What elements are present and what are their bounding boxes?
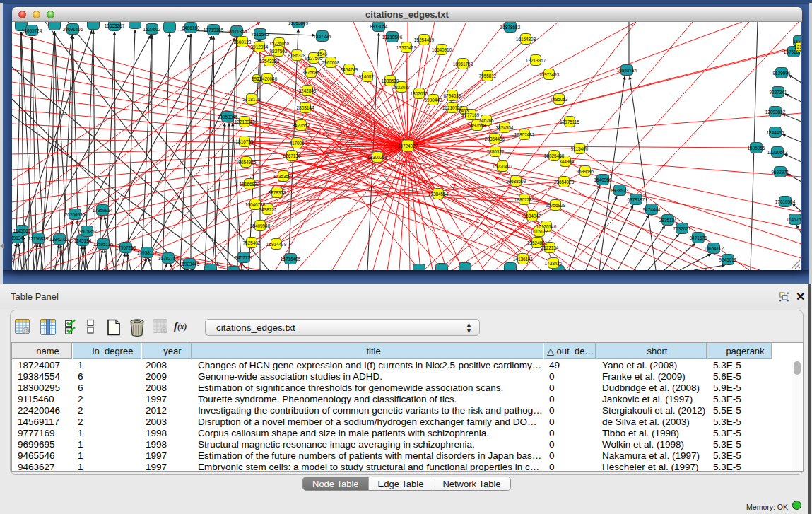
svg-text:3824554: 3824554 bbox=[496, 125, 514, 130]
svg-text:18300295: 18300295 bbox=[367, 155, 388, 160]
svg-text:9692971: 9692971 bbox=[772, 170, 789, 175]
svg-text:417006: 417006 bbox=[289, 141, 305, 146]
svg-text:12156829: 12156829 bbox=[28, 236, 49, 241]
svg-text:19218506: 19218506 bbox=[382, 35, 403, 40]
svg-text:19384554: 19384554 bbox=[428, 192, 449, 197]
svg-text:10654112: 10654112 bbox=[704, 246, 724, 251]
svg-text:15720407: 15720407 bbox=[493, 164, 513, 169]
svg-text:9777169: 9777169 bbox=[462, 112, 480, 117]
svg-text:1244415: 1244415 bbox=[767, 130, 784, 135]
svg-text:8938923: 8938923 bbox=[611, 188, 629, 193]
svg-text:1146753: 1146753 bbox=[787, 217, 801, 222]
svg-text:7886372: 7886372 bbox=[487, 149, 505, 154]
svg-text:9527505: 9527505 bbox=[305, 56, 323, 61]
svg-text:26878682: 26878682 bbox=[500, 25, 521, 30]
svg-text:9245012: 9245012 bbox=[719, 257, 737, 262]
svg-text:1733426: 1733426 bbox=[545, 261, 563, 266]
svg-text:15751074: 15751074 bbox=[784, 49, 801, 54]
svg-text:8660128: 8660128 bbox=[234, 40, 252, 45]
svg-text:1344904: 1344904 bbox=[557, 159, 575, 164]
svg-text:16848784: 16848784 bbox=[617, 68, 637, 73]
svg-text:7357234: 7357234 bbox=[314, 34, 331, 39]
svg-text:17016504: 17016504 bbox=[775, 199, 796, 204]
svg-text:1362615: 1362615 bbox=[411, 91, 428, 96]
svg-text:3242843: 3242843 bbox=[299, 88, 317, 93]
svg-text:10210643: 10210643 bbox=[767, 150, 788, 155]
svg-text:2546: 2546 bbox=[317, 52, 328, 57]
svg-text:20691406: 20691406 bbox=[63, 27, 83, 32]
svg-text:15254419: 15254419 bbox=[414, 37, 435, 42]
svg-text:12132: 12132 bbox=[794, 45, 801, 49]
svg-text:6497568: 6497568 bbox=[469, 123, 486, 128]
svg-text:10719185: 10719185 bbox=[204, 28, 224, 33]
svg-text:16053809: 16053809 bbox=[288, 22, 309, 25]
svg-text:6379197: 6379197 bbox=[628, 197, 645, 202]
svg-text:1595956: 1595956 bbox=[748, 146, 765, 151]
svg-text:16914479: 16914479 bbox=[266, 242, 287, 247]
svg-text:18724007: 18724007 bbox=[398, 144, 418, 148]
svg-text:12923445: 12923445 bbox=[180, 262, 200, 267]
svg-text:7485063: 7485063 bbox=[551, 97, 568, 102]
svg-text:2718176: 2718176 bbox=[243, 97, 261, 102]
svg-text:18807289: 18807289 bbox=[514, 197, 535, 202]
svg-text:1615172: 1615172 bbox=[531, 229, 548, 234]
svg-text:8878352: 8878352 bbox=[269, 190, 286, 195]
svg-text:15226058: 15226058 bbox=[269, 41, 290, 46]
svg-text:9474444: 9474444 bbox=[643, 207, 661, 212]
svg-text:8471676: 8471676 bbox=[690, 235, 707, 240]
svg-text:12942737: 12942737 bbox=[49, 237, 70, 242]
svg-text:10688609: 10688609 bbox=[506, 179, 526, 184]
svg-text:10973493: 10973493 bbox=[539, 72, 560, 77]
svg-text:16154808: 16154808 bbox=[516, 37, 536, 42]
svg-text:19166822: 19166822 bbox=[240, 182, 260, 187]
svg-text:20756928: 20756928 bbox=[546, 203, 566, 208]
svg-text:13524861: 13524861 bbox=[527, 240, 548, 245]
svg-text:20206535: 20206535 bbox=[65, 212, 86, 217]
svg-text:10958117: 10958117 bbox=[137, 250, 157, 255]
svg-text:746266: 746266 bbox=[478, 118, 494, 123]
svg-text:12505135: 12505135 bbox=[93, 242, 114, 247]
svg-text:15409948: 15409948 bbox=[250, 223, 271, 228]
svg-text:39134: 39134 bbox=[12, 235, 23, 240]
svg-text:13654923: 13654923 bbox=[554, 180, 575, 185]
svg-text:3822037: 3822037 bbox=[393, 85, 411, 90]
svg-text:8186328: 8186328 bbox=[288, 53, 306, 58]
svg-text:3875685: 3875685 bbox=[302, 70, 320, 75]
svg-text:12353594: 12353594 bbox=[273, 174, 294, 179]
svg-text:3498222: 3498222 bbox=[259, 207, 277, 212]
svg-text:17359934: 17359934 bbox=[93, 208, 113, 213]
svg-text:10807487: 10807487 bbox=[514, 132, 535, 137]
svg-text:14055724: 14055724 bbox=[22, 28, 42, 33]
svg-text:6466160: 6466160 bbox=[182, 25, 200, 30]
svg-text:1640956: 1640956 bbox=[594, 177, 612, 182]
svg-text:1388520: 1388520 bbox=[382, 78, 399, 83]
svg-text:16782759: 16782759 bbox=[158, 256, 179, 261]
svg-text:1145061: 1145061 bbox=[13, 228, 31, 233]
svg-text:15716485: 15716485 bbox=[281, 257, 301, 262]
svg-text:7632621: 7632621 bbox=[673, 226, 691, 231]
svg-text:8813054: 8813054 bbox=[370, 24, 388, 29]
svg-text:6990448: 6990448 bbox=[425, 98, 442, 103]
svg-text:7625402: 7625402 bbox=[243, 240, 261, 245]
svg-text:16961758: 16961758 bbox=[453, 62, 473, 66]
svg-text:2522154: 2522154 bbox=[541, 245, 559, 250]
svg-text:20364436: 20364436 bbox=[485, 136, 505, 141]
svg-text:1527602: 1527602 bbox=[143, 27, 161, 32]
svg-text:19654925: 19654925 bbox=[236, 160, 257, 165]
svg-text:9115460: 9115460 bbox=[571, 146, 589, 151]
svg-text:9457771: 9457771 bbox=[235, 255, 253, 260]
svg-text:1810755: 1810755 bbox=[236, 139, 254, 144]
svg-text:6794028: 6794028 bbox=[444, 93, 461, 98]
svg-text:16640910: 16640910 bbox=[432, 47, 452, 52]
svg-text:10025488: 10025488 bbox=[544, 153, 565, 158]
svg-text:12213343: 12213343 bbox=[235, 119, 255, 124]
svg-text:7515545: 7515545 bbox=[252, 32, 269, 37]
svg-text:7955812: 7955812 bbox=[479, 74, 497, 78]
svg-text:9684047: 9684047 bbox=[524, 214, 541, 218]
svg-text:20053345: 20053345 bbox=[218, 115, 238, 119]
svg-text:1145194: 1145194 bbox=[74, 238, 92, 243]
svg-text:9129996: 9129996 bbox=[773, 71, 791, 76]
svg-text:10543382: 10543382 bbox=[259, 59, 280, 64]
svg-text:2803144: 2803144 bbox=[297, 105, 314, 110]
svg-text:2967608: 2967608 bbox=[322, 60, 340, 65]
